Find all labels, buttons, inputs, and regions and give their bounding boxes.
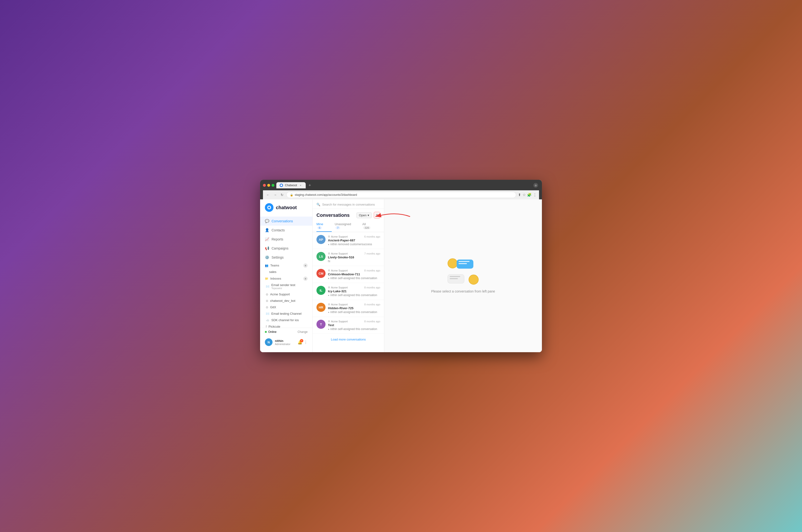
inboxes-section-header: 📁 Inboxes + [260, 275, 312, 282]
team-sales[interactable]: sales [260, 269, 312, 275]
load-more-btn[interactable]: Load more conversations [313, 334, 384, 345]
header-actions: Open ▾ ≡ [356, 212, 380, 218]
new-tab-btn[interactable]: + [307, 183, 313, 188]
chat-line-4 [450, 278, 458, 279]
inbox-email-testing[interactable]: ✉️ Email testing Channel [260, 310, 312, 317]
status-change-btn[interactable]: Change [298, 330, 308, 334]
conversations-panel: 🔍 Search for messages in conversations C… [313, 200, 384, 352]
tab-mine-count: 6 [318, 226, 322, 229]
sdk-ios-icon: ☁️ [266, 319, 269, 322]
conversations-title: Conversations [317, 212, 350, 218]
share-icon[interactable]: ⬆ [518, 193, 521, 197]
inbox-email-sender-sub: Tejaswini [271, 287, 295, 290]
conv-inbox-6: ⊙ Acme Support [328, 320, 348, 323]
address-bar[interactable]: 🔒 staging.chatwoot.com/app/accounts/3/da… [286, 192, 516, 198]
bookmark-icon[interactable]: ☆ [522, 193, 526, 197]
maximize-btn[interactable] [271, 184, 274, 187]
sidebar-item-conversations[interactable]: 💬 Conversations [260, 216, 312, 226]
back-button[interactable]: ← [265, 192, 271, 198]
tab-all-label: All [362, 222, 366, 226]
inbox-acme-support[interactable]: ⊙ Acme Support [260, 291, 312, 298]
conv-content-6: ⊙ Acme Support 8 months ago Test ● nithi… [328, 320, 380, 331]
conv-time-1: 6 months ago [364, 235, 380, 238]
browser-chrome: Chatwoot × + ⊙ ← → ↻ 🔒 staging.chatwoot.… [260, 180, 542, 200]
inbox-chatwoot-dev[interactable]: ⊙ chatwoot_dev_bot [260, 298, 312, 304]
email-testing-icon: ✉️ [266, 312, 269, 316]
inbox-pickcute[interactable]: f Pickcute [260, 323, 312, 328]
conv-meta-5: ⊙ Acme Support 8 months ago [328, 303, 380, 306]
inboxes-icon-label: 📁 Inboxes [265, 277, 281, 280]
status-dropdown-label: Open [359, 213, 367, 217]
sidebar-item-settings[interactable]: ⚙️ Settings [260, 253, 312, 262]
tab-unassigned[interactable]: Unassigned 7 [335, 221, 360, 232]
user-name: nithin [275, 339, 295, 343]
teams-icon: 👥 [265, 264, 268, 267]
conv-name-2: Lively-Smoke-516 [328, 255, 380, 259]
chatwoot-dev-icon: ⊙ [266, 299, 268, 303]
conv-time-2: 7 months ago [364, 252, 380, 255]
conv-preview-3: ● nithin self-assigned this conversation [328, 277, 380, 280]
user-actions: 🔔 9 ⋮ [298, 340, 308, 345]
status-bar: Online Change [260, 328, 312, 336]
user-role: Administrator [275, 343, 295, 345]
menu-icon[interactable]: ⋮ [533, 193, 537, 197]
inbox-gitx[interactable]: ⊙ GitX [260, 304, 312, 310]
chat-bubble-right [457, 260, 473, 269]
inbox-pickcute-label: Pickcute [268, 325, 280, 328]
conv-preview-5: ● nithin self-assigned this conversation [328, 310, 380, 314]
face-left [447, 258, 458, 268]
teams-add-button[interactable]: + [303, 263, 308, 268]
conversation-item-6[interactable]: T ⊙ Acme Support 8 months ago Test ● [313, 317, 384, 334]
conversation-item-3[interactable]: CM ⊙ Acme Support 8 months ago Crimson-M… [313, 266, 384, 283]
sidebar-conversations-label: Conversations [271, 219, 293, 223]
inbox-sdk-ios[interactable]: ☁️ SDK channel for ios [260, 317, 312, 323]
teams-label: Teams [270, 264, 279, 267]
tab-close-btn[interactable]: × [299, 184, 302, 187]
sidebar-item-campaigns[interactable]: 📢 Campaigns [260, 244, 312, 253]
conversations-icon: 💬 [265, 219, 269, 223]
conversation-item-5[interactable]: HR ⊙ Acme Support 8 months ago Hidden-Ri… [313, 300, 384, 317]
conv-inbox-4: ⊙ Acme Support [328, 286, 348, 289]
inbox-email-sender[interactable]: ✉️ Email sender test Tejaswini [260, 282, 312, 291]
notification-bell[interactable]: 🔔 9 [298, 340, 302, 345]
inbox-icon-2: ⊙ [328, 252, 330, 255]
inboxes-add-button[interactable]: + [303, 277, 308, 281]
conv-preview-6: ● nithin self-assigned this conversation [328, 327, 380, 331]
conversation-item-1[interactable]: AP ⊙ Acme Support 6 months ago Ancient-P… [313, 232, 384, 249]
search-bar[interactable]: 🔍 Search for messages in conversations [313, 200, 384, 209]
sidebar-contacts-label: Contacts [271, 228, 285, 232]
conv-content-3: ⊙ Acme Support 8 months ago Crimson-Mead… [328, 269, 380, 280]
minimize-btn[interactable] [267, 184, 270, 187]
sidebar-item-contacts[interactable]: 👤 Contacts [260, 226, 312, 235]
reports-icon: 📈 [265, 237, 269, 242]
user-menu-icon[interactable]: ⋮ [304, 340, 308, 345]
tab-label: Chatwoot [285, 184, 297, 187]
extensions-icon[interactable]: 🧩 [527, 193, 532, 197]
status-dropdown[interactable]: Open ▾ [356, 212, 372, 218]
forward-button[interactable]: → [272, 192, 278, 198]
annotation-arrow [373, 209, 411, 224]
refresh-button[interactable]: ↻ [280, 192, 284, 198]
tab-mine[interactable]: Mine 6 [317, 221, 332, 232]
browser-toolbar: ← → ↻ 🔒 staging.chatwoot.com/app/account… [263, 190, 539, 200]
conversation-item-2[interactable]: LS ⊙ Acme Support 7 months ago Lively-Sm… [313, 249, 384, 266]
sidebar-item-reports[interactable]: 📈 Reports [260, 235, 312, 244]
sidebar-campaigns-label: Campaigns [271, 246, 288, 250]
active-tab[interactable]: Chatwoot × [276, 182, 306, 188]
profile-icon[interactable]: ⊙ [533, 183, 538, 188]
close-btn[interactable] [263, 184, 266, 187]
logo-icon [265, 203, 273, 212]
url-text: staging.chatwoot.com/app/accounts/3/dash… [295, 193, 357, 196]
conversation-item-4[interactable]: IL ⊙ Acme Support 8 months ago Icy-Lake-… [313, 283, 384, 300]
conv-time-6: 8 months ago [364, 320, 380, 323]
chat-line-1 [459, 261, 470, 262]
search-placeholder: Search for messages in conversations [322, 203, 375, 206]
lock-icon: 🔒 [290, 193, 293, 196]
tab-all-count: 326 [363, 226, 370, 229]
inbox-icon-1: ⊙ [328, 235, 330, 238]
dropdown-chevron: ▾ [367, 213, 369, 217]
preview-icon-4: ● [328, 294, 329, 297]
conv-avatar-3: CM [317, 269, 326, 278]
status-label: Online [268, 330, 276, 334]
conv-meta-1: ⊙ Acme Support 6 months ago [328, 235, 380, 238]
